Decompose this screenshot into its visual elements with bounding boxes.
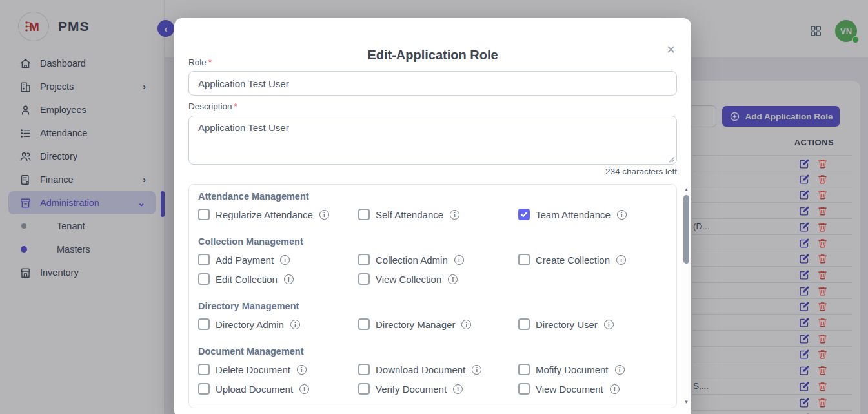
permission-item-download-document: Download Documenti (358, 363, 518, 376)
edit-application-role-modal: Edit-Application Role ✕ Role* Descriptio… (174, 18, 691, 414)
permission-item-upload-document: Upload Documenti (198, 382, 358, 395)
info-icon[interactable]: i (610, 384, 620, 394)
permission-label: Directory Admin (216, 319, 284, 330)
info-icon[interactable]: i (604, 320, 614, 329)
info-icon[interactable]: i (290, 320, 300, 329)
permission-item-view-document: View Documenti (518, 382, 657, 395)
permission-item-create-collection: Create Collectioni (518, 253, 657, 266)
permission-section-title: Directory Management (198, 301, 657, 313)
modal-title: Edit-Application Role (174, 48, 691, 63)
close-icon[interactable]: ✕ (662, 41, 680, 58)
checkbox-unchecked[interactable] (358, 254, 370, 265)
info-icon[interactable]: i (448, 274, 458, 284)
description-field-label: Description* (188, 101, 237, 111)
description-textarea[interactable]: Application Test User (188, 116, 677, 165)
permission-item-delete-document: Delete Documenti (198, 363, 358, 376)
info-icon[interactable]: i (453, 384, 463, 394)
scrollbar-thumb[interactable] (683, 195, 689, 264)
permission-label: Create Collection (536, 254, 610, 265)
permission-item-directory-manager: Directory Manageri (358, 318, 518, 331)
permission-label: Collection Admin (376, 254, 448, 265)
permission-grid: Regularize AttendanceiSelf AttendanceiTe… (198, 208, 657, 221)
info-icon[interactable]: i (615, 365, 625, 375)
info-icon[interactable]: i (617, 210, 627, 220)
textarea-resize-handle[interactable] (669, 156, 675, 163)
checkbox-unchecked[interactable] (198, 209, 210, 220)
required-asterisk: * (234, 101, 237, 111)
permission-item-add-payment: Add Paymenti (198, 253, 358, 266)
permission-section: Document ManagementDelete DocumentiDownl… (198, 346, 657, 395)
checkbox-unchecked[interactable] (198, 383, 210, 395)
checkbox-unchecked[interactable] (518, 364, 530, 375)
checkbox-checked[interactable] (518, 209, 530, 220)
permission-label: Team Attendance (536, 209, 611, 220)
checkbox-unchecked[interactable] (518, 254, 530, 265)
info-icon[interactable]: i (616, 255, 626, 265)
permission-item-regularize-attendance: Regularize Attendancei (198, 208, 358, 221)
info-icon[interactable]: i (450, 210, 459, 220)
permissions-container: Attendance ManagementRegularize Attendan… (188, 184, 677, 408)
checkbox-unchecked[interactable] (518, 318, 530, 330)
permission-section: Collection ManagementAdd PaymentiCollect… (198, 236, 657, 285)
info-icon[interactable]: i (319, 210, 329, 220)
info-icon[interactable]: i (280, 255, 290, 265)
permission-label: Edit Collection (216, 274, 278, 285)
info-icon[interactable]: i (461, 320, 471, 329)
info-icon[interactable]: i (284, 274, 294, 284)
permission-label: Add Payment (216, 254, 274, 265)
checkbox-unchecked[interactable] (358, 273, 370, 285)
permission-item-view-collection: View Collectioni (358, 273, 518, 285)
info-icon[interactable]: i (299, 384, 309, 394)
permission-section-title: Attendance Management (198, 191, 657, 203)
permission-label: Verify Document (376, 384, 447, 395)
checkbox-unchecked[interactable] (198, 273, 210, 285)
checkbox-unchecked[interactable] (358, 209, 370, 220)
permissions-scrollbar[interactable]: ▲ ▼ (681, 185, 691, 408)
checkbox-unchecked[interactable] (198, 318, 210, 330)
checkbox-unchecked[interactable] (198, 364, 210, 375)
permission-label: View Collection (376, 274, 441, 285)
checkbox-unchecked[interactable] (198, 254, 210, 265)
info-icon[interactable]: i (472, 365, 481, 375)
info-icon[interactable]: i (297, 365, 307, 375)
permission-label: Self Attendance (376, 209, 443, 220)
permission-item-verify-document: Verify Documenti (358, 382, 518, 395)
checkbox-unchecked[interactable] (358, 383, 370, 395)
permission-item-edit-collection: Edit Collectioni (198, 273, 358, 285)
permission-section-title: Document Management (198, 346, 657, 358)
permission-label: Upload Document (216, 384, 293, 395)
permission-label: Directory Manager (376, 319, 455, 330)
permission-item-mofify-document: Mofify Documenti (518, 363, 657, 376)
permission-label: Download Document (376, 364, 465, 375)
permission-label: View Document (536, 384, 603, 395)
permission-label: Delete Document (216, 364, 290, 375)
scroll-down-arrow-icon[interactable]: ▼ (681, 398, 691, 406)
role-field-label: Role* (188, 57, 212, 67)
characters-left-counter: 234 characters left (605, 167, 677, 176)
checkbox-unchecked[interactable] (358, 364, 370, 375)
checkbox-unchecked[interactable] (518, 383, 530, 395)
info-icon[interactable]: i (454, 255, 464, 265)
role-input[interactable] (188, 71, 677, 96)
application-window: M PMS DashboardProjects›EmployeesAttenda… (0, 0, 868, 414)
permission-label: Directory User (536, 319, 598, 330)
required-asterisk: * (208, 57, 212, 67)
permission-section: Directory ManagementDirectory AdminiDire… (198, 301, 657, 331)
permission-section: Attendance ManagementRegularize Attendan… (198, 191, 657, 221)
permission-label: Mofify Document (536, 364, 609, 375)
permission-grid: Add PaymentiCollection AdminiCreate Coll… (198, 253, 657, 285)
permission-item-collection-admin: Collection Admini (358, 253, 518, 266)
permission-item-directory-user: Directory Useri (518, 318, 657, 331)
permission-grid: Delete DocumentiDownload DocumentiMofify… (198, 363, 657, 395)
scroll-up-arrow-icon[interactable]: ▲ (681, 186, 691, 194)
checkbox-unchecked[interactable] (358, 318, 370, 330)
permission-grid: Directory AdminiDirectory ManageriDirect… (198, 318, 657, 331)
permission-item-team-attendance: Team Attendancei (518, 208, 657, 221)
permission-item-self-attendance: Self Attendancei (358, 208, 518, 221)
permission-item-directory-admin: Directory Admini (198, 318, 358, 331)
permission-label: Regularize Attendance (216, 209, 313, 220)
permission-section-title: Collection Management (198, 236, 657, 248)
